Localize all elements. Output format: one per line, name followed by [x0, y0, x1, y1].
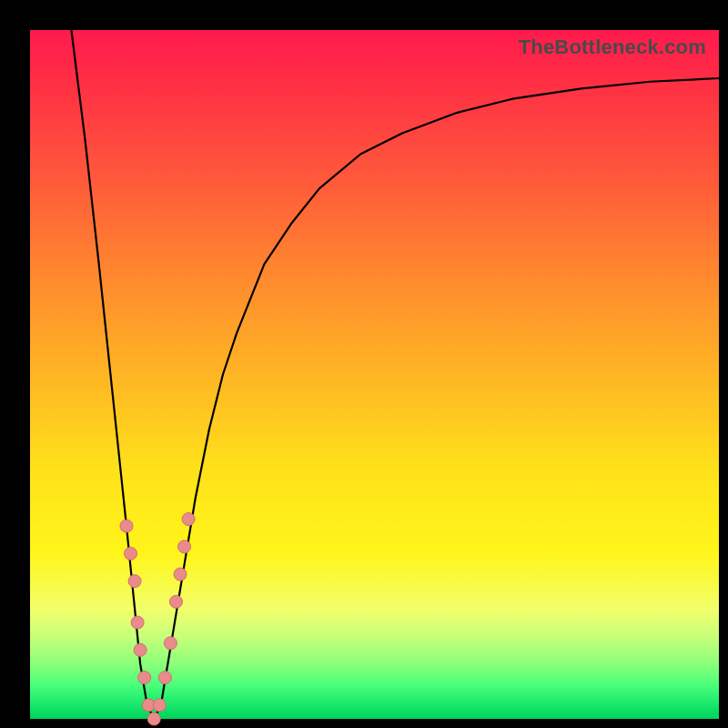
chart-frame: TheBottleneck.com [0, 0, 728, 728]
marker-dot [147, 713, 160, 725]
marker-dot [128, 575, 141, 588]
curve-svg [30, 30, 719, 719]
marker-dot [158, 672, 171, 684]
marker-dot [169, 595, 182, 608]
plot-area: TheBottleneck.com [30, 30, 719, 719]
marker-dot [131, 616, 144, 629]
marker-dot [138, 672, 151, 684]
marker-dot [125, 547, 137, 560]
marker-dot [178, 541, 191, 553]
marker-dot [174, 568, 187, 581]
dots-layer [120, 512, 195, 725]
marker-dot [164, 637, 177, 650]
marker-dot [182, 512, 195, 525]
marker-dot [120, 520, 133, 532]
bottleneck-curve [71, 30, 719, 719]
marker-dot [134, 643, 147, 656]
marker-dot [153, 699, 166, 712]
